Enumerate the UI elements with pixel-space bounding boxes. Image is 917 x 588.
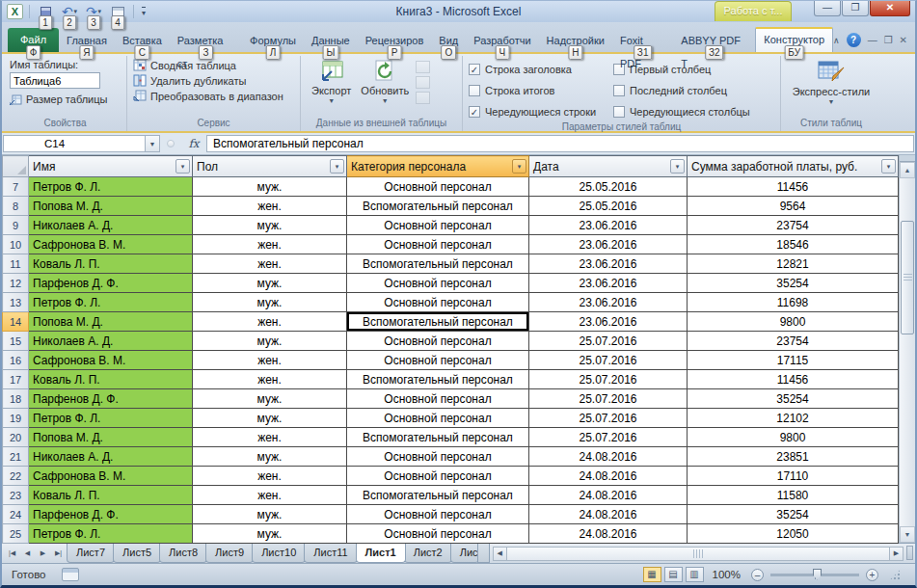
sheet-tab-Лист10[interactable]: Лист10 xyxy=(252,544,306,563)
row-header-18[interactable]: 18 xyxy=(3,389,29,409)
convert-to-range-button[interactable]: Преобразовать в диапазон xyxy=(133,90,294,102)
cell-sum[interactable]: 11580 xyxy=(688,486,899,505)
cell-category[interactable]: Основной персонал xyxy=(347,177,529,197)
cell-sum[interactable]: 11698 xyxy=(688,293,899,312)
cell-date[interactable]: 23.06.2016 xyxy=(529,312,688,332)
tab-Разметка ст[interactable]: Разметка стЗ xyxy=(170,29,242,52)
cell-sum[interactable]: 17110 xyxy=(688,467,899,486)
undo-button[interactable]: ↶▾ 2 xyxy=(59,3,80,20)
cell-name[interactable]: Николаев А. Д. xyxy=(29,447,193,467)
tab-Рецензиров[interactable]: РецензировР xyxy=(358,29,432,52)
tab-Формулы[interactable]: ФормулыЛ xyxy=(242,29,304,52)
cell-category[interactable]: Вспомогательный персонал xyxy=(347,370,529,389)
cell-sum[interactable]: 35254 xyxy=(688,389,899,409)
collapse-ribbon-icon[interactable]: ∧ xyxy=(833,36,840,45)
page-break-view-button[interactable]: ▥ xyxy=(686,567,704,582)
checkbox-Строка итогов[interactable]: Строка итогов xyxy=(469,82,613,98)
cell-date[interactable]: 25.07.2016 xyxy=(529,370,688,389)
column-header-4[interactable]: Дата▾ xyxy=(529,156,688,177)
cell-category[interactable]: Основной персонал xyxy=(347,332,529,351)
name-box-dropdown-icon[interactable]: ▼ xyxy=(146,135,160,152)
help-icon[interactable]: ? xyxy=(847,33,861,47)
maximize-button[interactable]: ❐ xyxy=(842,1,869,16)
cell-name[interactable]: Попова М. Д. xyxy=(29,428,193,447)
row-header-17[interactable]: 17 xyxy=(3,370,29,389)
cell-date[interactable]: 25.05.2016 xyxy=(529,177,688,197)
record-macro-icon[interactable] xyxy=(62,568,79,581)
cell-gender[interactable]: муж. xyxy=(193,332,347,351)
row-header-9[interactable]: 9 xyxy=(3,216,29,235)
cell-gender[interactable]: муж. xyxy=(193,293,347,312)
cell-date[interactable]: 25.07.2016 xyxy=(529,332,688,351)
cell-sum[interactable]: 11456 xyxy=(688,177,899,197)
select-all-corner[interactable] xyxy=(3,156,29,177)
save-button[interactable]: 1 xyxy=(35,3,56,20)
cell-name[interactable]: Петров Ф. Л. xyxy=(29,177,193,197)
cell-gender[interactable]: жен. xyxy=(193,312,347,332)
close-button[interactable]: ✕ xyxy=(870,1,910,16)
row-header-15[interactable]: 15 xyxy=(3,332,29,351)
cell-category[interactable]: Основной персонал xyxy=(347,505,529,524)
cell-sum[interactable]: 9564 xyxy=(688,197,899,216)
resize-table-button[interactable]: Размер таблицы xyxy=(10,93,121,105)
cell-date[interactable]: 23.06.2016 xyxy=(529,293,688,312)
cell-category[interactable]: Основной персонал xyxy=(347,467,529,486)
tab-Разработчи[interactable]: РазработчиЧ xyxy=(466,29,538,52)
row-header-19[interactable]: 19 xyxy=(3,409,29,428)
cell-name[interactable]: Парфенов Д. Ф. xyxy=(29,274,193,293)
cell-sum[interactable]: 23851 xyxy=(688,447,899,467)
cell-date[interactable]: 23.06.2016 xyxy=(529,216,688,235)
quick-styles-button[interactable]: Экспресс-стили ▼ xyxy=(788,59,875,106)
cell-sum[interactable]: 17115 xyxy=(688,351,899,370)
checkbox-Чередующиеся строки[interactable]: ✓Чередующиеся строки xyxy=(469,103,613,120)
cell-sum[interactable]: 12821 xyxy=(688,254,899,274)
minimize-button[interactable]: — xyxy=(814,1,841,16)
cell-sum[interactable]: 35254 xyxy=(688,274,899,293)
cell-name[interactable]: Сафронова В. М. xyxy=(29,467,193,486)
sheet-tab-Лист8[interactable]: Лист8 xyxy=(159,544,207,563)
cell-category[interactable]: Основной персонал xyxy=(347,235,529,254)
cell-gender[interactable]: жен. xyxy=(193,351,347,370)
insert-worksheet-tab[interactable] xyxy=(477,544,490,563)
cell-date[interactable]: 23.06.2016 xyxy=(529,274,688,293)
scroll-left-icon[interactable]: ◀ xyxy=(493,547,507,561)
tab-Данные[interactable]: ДанныеЫ xyxy=(304,29,358,52)
cell-gender[interactable]: муж. xyxy=(193,447,347,467)
cell-date[interactable]: 25.07.2016 xyxy=(529,428,688,447)
print-preview-button[interactable]: 4 xyxy=(107,3,128,20)
sheet-tab-Лист11[interactable]: Лист11 xyxy=(304,544,357,563)
zoom-out-button[interactable]: – xyxy=(751,569,764,581)
next-sheet-icon[interactable]: ▶ xyxy=(36,547,50,561)
checkbox-Чередующиеся столбцы[interactable]: Чередующиеся столбцы xyxy=(613,103,772,120)
cell-category[interactable]: Основной персонал xyxy=(347,293,529,312)
cell-gender[interactable]: жен. xyxy=(193,467,347,486)
cell-sum[interactable]: 23754 xyxy=(688,216,899,235)
zoom-in-button[interactable]: + xyxy=(866,569,878,581)
row-header-8[interactable]: 8 xyxy=(3,197,29,216)
cell-name[interactable]: Петров Ф. Л. xyxy=(29,524,193,544)
scrollbar-split-handle[interactable] xyxy=(900,155,915,162)
cell-gender[interactable]: жен. xyxy=(193,235,347,254)
row-header-13[interactable]: 13 xyxy=(3,293,29,312)
checkbox-Строка заголовка[interactable]: ✓Строка заголовка xyxy=(469,61,613,77)
filter-icon[interactable]: ▾ xyxy=(670,159,685,174)
cell-sum[interactable]: 12102 xyxy=(688,409,899,428)
qat-customize-button[interactable]: ▾ xyxy=(142,7,146,17)
cell-gender[interactable]: муж. xyxy=(193,409,347,428)
cell-name[interactable]: Парфенов Д. Ф. xyxy=(29,389,193,409)
column-header-3[interactable]: Категория персонала▾ xyxy=(347,156,529,177)
cell-sum[interactable]: 18546 xyxy=(688,235,899,254)
cell-gender[interactable]: жен. xyxy=(193,370,347,389)
tab-Foxit PDF[interactable]: Foxit PDFЗ1 xyxy=(612,29,673,52)
cell-category[interactable]: Основной персонал xyxy=(347,216,529,235)
cell-gender[interactable]: муж. xyxy=(193,389,347,409)
cell-date[interactable]: 25.07.2016 xyxy=(529,409,688,428)
resize-grip[interactable] xyxy=(889,569,902,581)
filter-icon[interactable]: ▾ xyxy=(881,159,896,174)
tab-split-handle[interactable] xyxy=(906,546,913,560)
cell-date[interactable]: 25.07.2016 xyxy=(529,351,688,370)
row-header-23[interactable]: 23 xyxy=(3,486,29,505)
sheet-tab-Лист5[interactable]: Лист5 xyxy=(113,544,161,563)
tab-Конструктор[interactable]: КонструкторБУ xyxy=(755,27,833,52)
vertical-scrollbar-thumb[interactable] xyxy=(901,221,914,334)
